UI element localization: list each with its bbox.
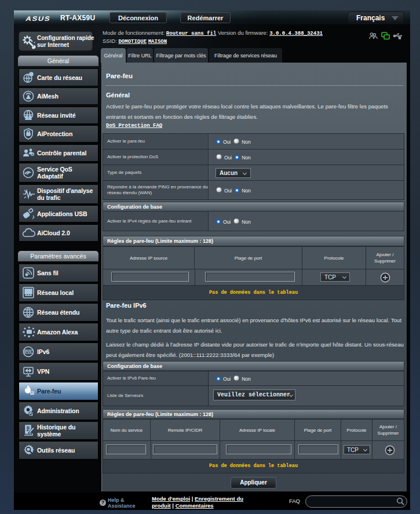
svg-text:IPV6: IPV6 [24, 350, 32, 353]
svg-text:o: o [31, 152, 33, 156]
